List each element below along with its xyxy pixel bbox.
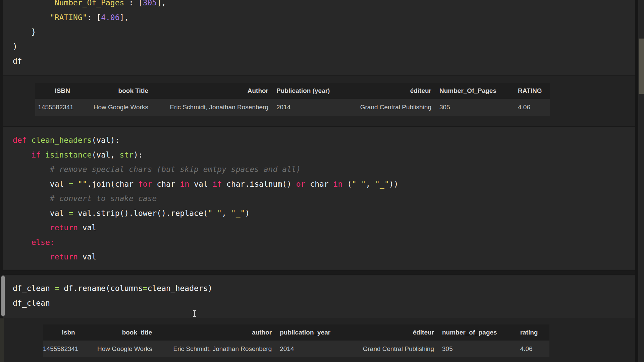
column-header: Number_Of_Pages (435, 83, 514, 99)
code-token-pl: (val, (92, 150, 119, 159)
code-editor-2[interactable]: def clean_headers(val):if isinstance(val… (3, 127, 636, 270)
code-token-pl: )) (389, 180, 398, 188)
code-token-str: Number_Of_Pages (55, 0, 124, 7)
code-token-pl: val (78, 223, 96, 232)
code-token-kw: return (50, 252, 78, 261)
code-token-pl: df_clean (13, 284, 55, 293)
table-cell: Eric Schmidt, Jonathan Rosenberg (156, 341, 276, 357)
code-line: val = "".join(char for char in val if ch… (13, 177, 636, 192)
code-token-pl: val (78, 252, 96, 261)
column-header: ISBN (35, 83, 74, 99)
column-header: isbn (43, 324, 79, 341)
output-area-2: isbnbook_titleauthorpublication_yearédit… (3, 318, 636, 362)
table-cell: 4.06 (516, 341, 549, 357)
code-token-pl: char (152, 180, 180, 188)
code-token-fn: isinstance (45, 150, 92, 159)
table-cell: How Google Works (79, 341, 156, 357)
code-token-pl: } (31, 27, 36, 36)
column-header: Author (152, 83, 272, 99)
code-token-pl: char (306, 180, 333, 188)
code-token-op: = (55, 284, 59, 293)
code-line: val = val.strip().lower().replace(" ", "… (13, 206, 636, 221)
column-header: book_title (79, 324, 156, 341)
code-editor-1[interactable]: Number_Of_Pages : [305],"RATING": [4.06]… (3, 0, 636, 71)
code-token-pl: clean_headers) (148, 284, 213, 293)
code-token-op: = (68, 209, 73, 218)
code-token-pl: , (222, 209, 231, 218)
code-token-num: 305 (143, 0, 157, 7)
code-line: return val (13, 250, 636, 264)
dataframe-output-1: ISBNbook TitleAuthorPublication (year)éd… (35, 83, 552, 116)
column-header: éditeur (346, 83, 435, 99)
code-token-str: " " (352, 180, 366, 188)
code-token-pl: (val): (92, 136, 119, 144)
df-output-table: ISBNbook TitleAuthorPublication (year)éd… (35, 83, 550, 116)
code-token-pl: ], (157, 0, 166, 7)
table-cell: 2014 (276, 341, 349, 357)
code-line: df (13, 54, 636, 69)
output-area-1: ISBNbook TitleAuthorPublication (year)éd… (3, 76, 636, 126)
table-cell: 305 (435, 99, 514, 116)
code-token-str: " " (208, 209, 222, 218)
code-token-pl: ( (342, 180, 352, 188)
code-token-pl: ): (133, 150, 143, 159)
code-token-pl (73, 180, 78, 188)
code-line: "RATING": [4.06], (13, 10, 636, 25)
code-token-kw: for (138, 180, 152, 188)
code-line: df_clean = df.rename(columns=clean_heade… (13, 281, 636, 296)
code-token-str: "" (78, 180, 87, 188)
column-header: publication_year (276, 324, 349, 341)
scrollbar-thumb[interactable] (639, 39, 644, 94)
code-token-pl: ) (13, 42, 17, 51)
code-token-op: = (143, 284, 148, 293)
code-line: ) (13, 40, 636, 54)
code-line: df_clean (13, 296, 636, 311)
table-cell: 1455582341 (43, 341, 79, 357)
code-token-op: = (68, 180, 73, 188)
table-cell: Grand Central Publishing (346, 99, 435, 116)
column-header: RATING (514, 83, 550, 99)
code-token-pl: val (50, 180, 68, 188)
table-cell: 1455582341 (35, 99, 74, 116)
notebook-column: Number_Of_Pages : [305],"RATING": [4.06]… (3, 0, 636, 362)
code-line: def clean_headers(val): (13, 133, 636, 148)
code-token-str: "_" (231, 209, 245, 218)
code-token-kw: def (13, 136, 27, 144)
code-line: return val (13, 221, 636, 235)
cell-gap (3, 270, 636, 275)
table-header-row: isbnbook_titleauthorpublication_yearédit… (43, 324, 549, 341)
code-line: else: (13, 235, 636, 250)
code-token-pl: df.rename(columns (59, 284, 143, 293)
code-token-kw: if (213, 180, 222, 188)
code-line: } (13, 25, 636, 40)
code-token-pl: df_clean (13, 299, 50, 307)
code-cell-1[interactable]: Number_Of_Pages : [305],"RATING": [4.06]… (3, 0, 636, 75)
code-token-fn: str (120, 150, 134, 159)
editor-right-divider (635, 0, 638, 362)
code-line: # convert to snake case (13, 191, 636, 206)
code-cell-3[interactable]: df_clean = df.rename(columns=clean_heade… (3, 275, 636, 318)
code-token-pl: : [ (124, 0, 143, 7)
dataframe-output-2: isbnbook_titleauthorpublication_yearédit… (43, 324, 549, 357)
code-token-pl: df (13, 57, 22, 65)
code-token-pl (27, 136, 32, 144)
code-token-pl: .join(char (87, 180, 138, 188)
code-token-cmt: # remove special chars (but skip emtpy s… (50, 165, 301, 174)
code-editor-3[interactable]: df_clean = df.rename(columns=clean_heade… (3, 275, 636, 318)
code-line: Number_Of_Pages : [305], (13, 0, 636, 10)
code-cell-2[interactable]: def clean_headers(val):if isinstance(val… (3, 127, 636, 270)
code-token-pl: char.isalnum() (222, 180, 296, 188)
code-token-kw: or (296, 180, 306, 188)
notebook-screen: Number_Of_Pages : [305],"RATING": [4.06]… (0, 0, 644, 362)
table-row: 1455582341How Google WorksEric Schmidt, … (43, 341, 549, 357)
code-token-num: 4.06 (101, 13, 119, 22)
code-line: if isinstance(val, str): (13, 148, 636, 163)
code-token-str: "_" (375, 180, 389, 188)
code-token-kw: return (50, 223, 78, 232)
cell-output-indicator-bar (0, 318, 4, 362)
table-header-row: ISBNbook TitleAuthorPublication (year)éd… (35, 83, 550, 99)
table-cell: 4.06 (514, 99, 550, 116)
code-token-pl: : [ (87, 13, 101, 22)
code-token-pl: ], (120, 13, 129, 22)
table-row: 1455582341How Google WorksEric Schmidt, … (35, 99, 550, 116)
